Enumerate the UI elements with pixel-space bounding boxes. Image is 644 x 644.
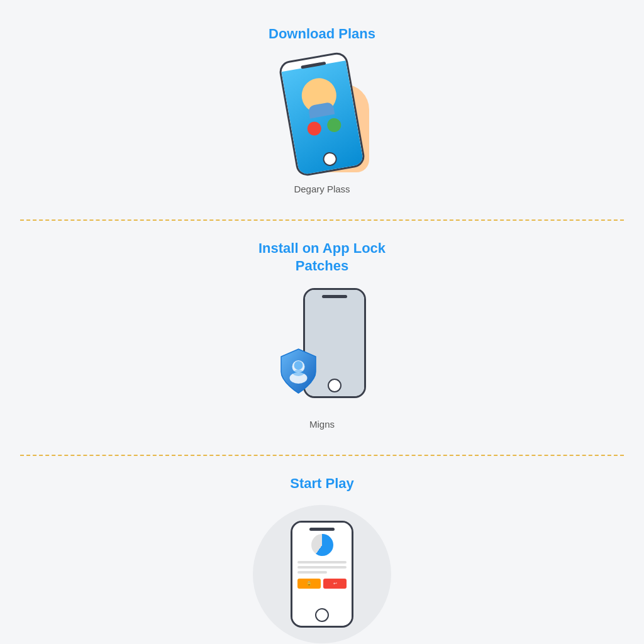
install-title-line1: Install on App Lock bbox=[258, 240, 386, 256]
power-icon: ↩ bbox=[333, 581, 337, 586]
phone-notch-3 bbox=[309, 528, 335, 531]
download-title: Download Plans bbox=[269, 25, 375, 43]
end-call-btn bbox=[306, 120, 322, 136]
shield-icon bbox=[278, 348, 319, 395]
install-section: Install on App Lock Patches bbox=[0, 227, 644, 448]
download-caption: Degary Plass bbox=[294, 184, 350, 194]
divider-1 bbox=[20, 219, 624, 221]
lock-icon: 🔒 bbox=[306, 581, 312, 586]
phone-body-1: 9:41 ▐▐ bbox=[278, 50, 366, 177]
play-illustration: 🔒 ↩ bbox=[253, 505, 391, 643]
phone-home-3 bbox=[315, 608, 329, 622]
install-caption: Migns bbox=[309, 419, 335, 430]
divider-2 bbox=[20, 455, 624, 456]
screen-line-2 bbox=[297, 566, 347, 569]
time-text: 9:41 bbox=[286, 64, 294, 69]
screen-btn-power: ↩ bbox=[323, 579, 347, 589]
accept-call-btn bbox=[326, 117, 342, 133]
download-section: Download Plans 9:41 ▐▐ bbox=[0, 13, 644, 213]
screen-line-1 bbox=[297, 561, 347, 564]
svg-point-2 bbox=[294, 361, 303, 370]
page-container: Download Plans 9:41 ▐▐ bbox=[0, 0, 644, 644]
install-title: Install on App Lock Patches bbox=[258, 240, 386, 275]
phone-in-hand: 9:41 ▐▐ bbox=[278, 50, 366, 177]
play-section: Start Play 🔒 ↩ bbox=[0, 462, 644, 644]
phone-notch-2 bbox=[322, 295, 347, 298]
call-buttons bbox=[306, 117, 342, 136]
screen-chart bbox=[311, 534, 333, 556]
svg-point-3 bbox=[293, 370, 304, 376]
screen-buttons-row: 🔒 ↩ bbox=[297, 579, 347, 589]
download-illustration: 9:41 ▐▐ bbox=[287, 56, 357, 172]
avatar-face bbox=[299, 75, 339, 116]
install-illustration bbox=[278, 288, 366, 408]
phone-home-2 bbox=[328, 379, 341, 392]
screen-line-3 bbox=[297, 571, 327, 574]
install-title-line2: Patches bbox=[296, 258, 348, 274]
screen-btn-lock: 🔒 bbox=[297, 579, 321, 589]
play-title: Start Play bbox=[290, 475, 354, 493]
signal-text: ▐▐ bbox=[335, 55, 340, 60]
phone-body-3: 🔒 ↩ bbox=[291, 521, 353, 628]
